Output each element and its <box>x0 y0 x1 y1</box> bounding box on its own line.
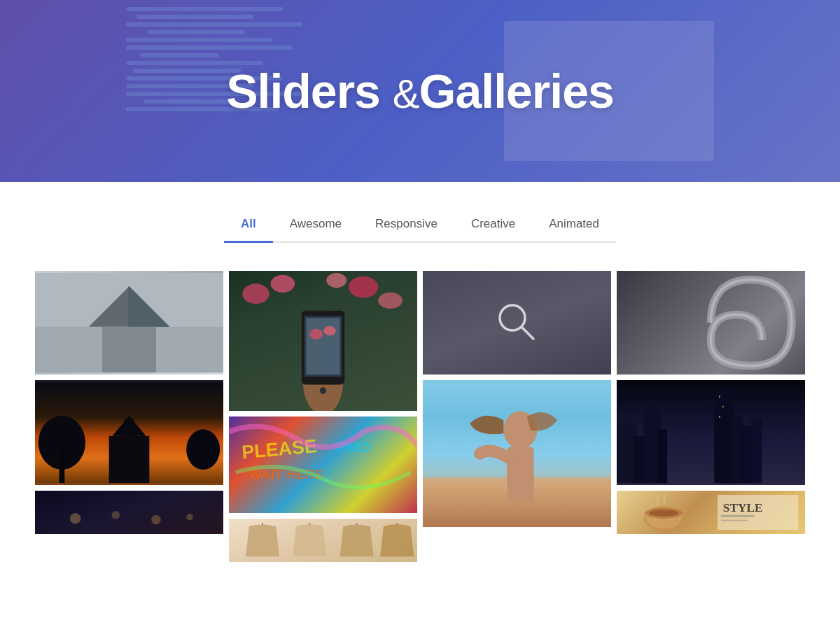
hero-title-sliders: Sliders <box>226 64 380 118</box>
tab-creative[interactable]: Creative <box>454 210 532 243</box>
hero-title: Sliders &Galleries <box>226 65 614 118</box>
gallery-item-spiral-metal[interactable] <box>617 271 805 374</box>
gallery-item-search-dark[interactable] <box>423 271 611 374</box>
filter-tabs: All Awesome Responsive Creative Animated <box>224 210 616 243</box>
hero-title-galleries: Galleries <box>419 64 614 118</box>
gallery-item-night-city2[interactable] <box>35 491 223 534</box>
gallery-col-3 <box>423 271 611 562</box>
hero-title-amp: & <box>393 71 419 116</box>
tab-awesome[interactable]: Awesome <box>273 210 358 243</box>
filter-section: All Awesome Responsive Creative Animated <box>0 182 840 257</box>
gallery-item-tea-style[interactable]: STYLE <box>617 491 805 534</box>
gallery-item-phone-flowers[interactable] <box>229 271 417 411</box>
gallery-grid: PLEASE WAIT HERE PMO <box>35 271 805 562</box>
tab-animated[interactable]: Animated <box>532 210 616 243</box>
gallery-item-graffiti[interactable]: PLEASE WAIT HERE PMO <box>229 416 417 513</box>
tab-responsive[interactable]: Responsive <box>358 210 454 243</box>
gallery-item-sunset-church[interactable] <box>35 380 223 485</box>
tab-all[interactable]: All <box>224 210 273 243</box>
gallery-item-woman-blue[interactable] <box>423 380 611 527</box>
gallery-item-fashion-hangers[interactable] <box>229 519 417 562</box>
gallery-col-2: PLEASE WAIT HERE PMO <box>229 271 417 562</box>
hero-section: Sliders &Galleries <box>0 0 840 182</box>
gallery-item-building-roof[interactable] <box>35 271 223 374</box>
gallery-item-city-dark[interactable] <box>617 380 805 485</box>
gallery-col-4: STYLE <box>617 271 805 562</box>
gallery-section: PLEASE WAIT HERE PMO <box>0 257 840 583</box>
gallery-col-1 <box>35 271 223 562</box>
